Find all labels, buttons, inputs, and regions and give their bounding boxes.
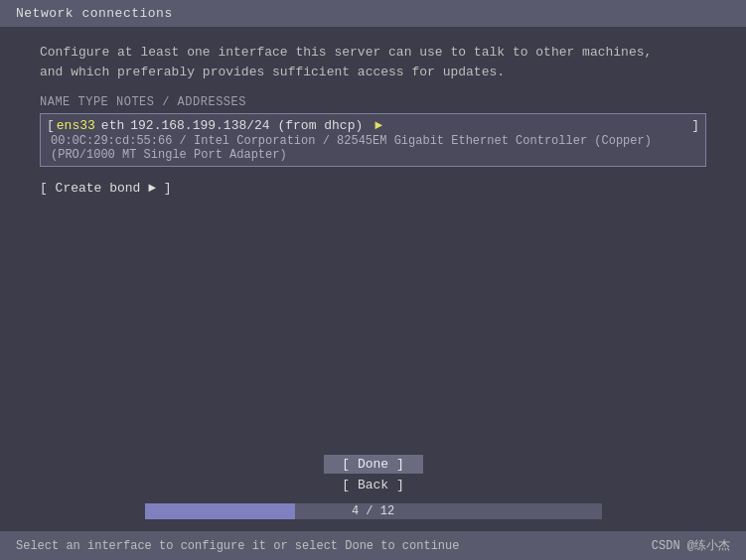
bracket-left: [ [47,118,55,133]
bracket-right: ] [691,118,699,133]
table-header: NAME TYPE NOTES / ADDRESSES [40,95,706,109]
main-content: Configure at least one interface this se… [0,27,746,454]
bottom-hint: Select an interface to configure it or s… [0,531,746,560]
hint-text: Select an interface to configure it or s… [16,539,459,553]
adapter-line: (PRO/1000 MT Single Port Adapter) [51,148,287,162]
network-entry-row2: 00:0C:29:cd:55:66 / Intel Corporation / … [47,134,699,148]
title-bar: Network connections [0,0,746,27]
network-entry[interactable]: [ ens33 eth 192.168.199.138/24 (from dhc… [40,113,706,167]
progress-bar-container: 4 / 12 [145,503,602,519]
create-bond-label: [ Create bond ► ] [40,181,172,196]
network-entry-row3: (PRO/1000 MT Single Port Adapter) [47,148,699,162]
back-button[interactable]: [ Back ] [324,476,423,494]
interface-address: 192.168.199.138/24 (from dhcp) [130,118,363,133]
description-line2: and which preferably provides sufficient… [40,63,706,82]
mac-line: 00:0C:29:cd:55:66 / Intel Corporation / … [51,134,652,148]
interface-type: eth [101,118,124,133]
progress-bar-fill [145,503,296,519]
interface-name: ens33 [57,118,95,133]
button-row: [ Done ] [ Back ] [324,454,423,495]
create-bond[interactable]: [ Create bond ► ] [40,181,706,196]
done-button[interactable]: [ Done ] [324,455,423,474]
description-line1: Configure at least one interface this se… [40,43,706,63]
description: Configure at least one interface this se… [40,43,706,81]
network-entry-row1: [ ens33 eth 192.168.199.138/24 (from dhc… [47,118,699,133]
title-label: Network connections [16,6,173,21]
progress-text: 4 / 12 [352,504,394,518]
screen: Network connections Configure at least o… [0,0,746,560]
table-header-label: NAME TYPE NOTES / ADDRESSES [40,95,246,109]
bottom-area: [ Done ] [ Back ] 4 / 12 [0,454,746,531]
entry-arrow: ► [374,118,382,133]
watermark: CSDN @练小杰 [652,537,730,554]
